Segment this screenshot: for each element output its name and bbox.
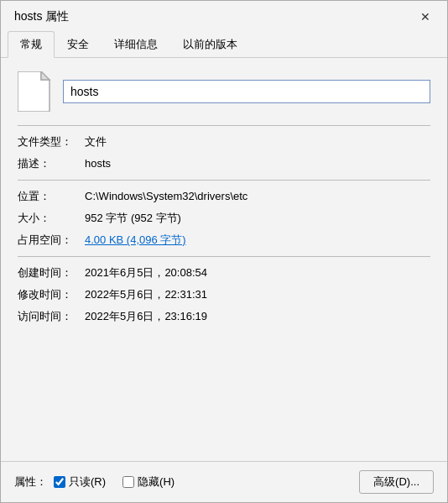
title-bar: hosts 属性 ✕ xyxy=(1,1,447,31)
accessed-label: 访问时间： xyxy=(18,309,85,324)
description-row: 描述： hosts xyxy=(18,156,430,171)
separator-3 xyxy=(18,256,430,257)
file-name-input[interactable]: hosts xyxy=(63,80,430,103)
created-label: 创建时间： xyxy=(18,265,85,280)
window-title: hosts 属性 xyxy=(14,9,69,24)
tab-details[interactable]: 详细信息 xyxy=(102,31,170,58)
disk-size-label: 占用空间： xyxy=(18,233,85,248)
size-label: 大小： xyxy=(18,211,85,226)
location-label: 位置： xyxy=(18,189,85,204)
modified-value: 2022年5月6日，22:31:31 xyxy=(85,287,207,302)
accessed-row: 访问时间： 2022年5月6日，23:16:19 xyxy=(18,309,430,324)
advanced-button[interactable]: 高级(D)... xyxy=(359,470,434,494)
accessed-value: 2022年5月6日，23:16:19 xyxy=(85,309,207,324)
file-type-label: 文件类型： xyxy=(18,134,85,149)
hidden-checkbox-label[interactable]: 隐藏(H) xyxy=(122,474,175,490)
hidden-label: 隐藏(H) xyxy=(138,474,175,490)
attributes-label: 属性： xyxy=(14,474,47,490)
window: hosts 属性 ✕ 常规 安全 详细信息 以前的版本 hosts 文件类型： … xyxy=(0,0,448,503)
tab-security[interactable]: 安全 xyxy=(55,31,102,58)
location-row: 位置： C:\Windows\System32\drivers\etc xyxy=(18,189,430,204)
description-value: hosts xyxy=(85,157,111,170)
tab-bar: 常规 安全 详细信息 以前的版本 xyxy=(1,31,447,58)
size-row: 大小： 952 字节 (952 字节) xyxy=(18,211,430,226)
tab-general[interactable]: 常规 xyxy=(8,31,55,58)
readonly-label: 只读(R) xyxy=(69,474,106,490)
footer: 属性： 只读(R) 隐藏(H) 高级(D)... xyxy=(1,461,447,502)
file-icon xyxy=(18,71,51,112)
hidden-checkbox[interactable] xyxy=(122,476,134,488)
modified-label: 修改时间： xyxy=(18,287,85,302)
svg-marker-1 xyxy=(41,71,49,80)
description-label: 描述： xyxy=(18,156,85,171)
separator-2 xyxy=(18,180,430,181)
modified-row: 修改时间： 2022年5月6日，22:31:31 xyxy=(18,287,430,302)
disk-size-row: 占用空间： 4.00 KB (4,096 字节) xyxy=(18,233,430,248)
location-value: C:\Windows\System32\drivers\etc xyxy=(85,190,247,202)
readonly-checkbox-label[interactable]: 只读(R) xyxy=(54,474,106,490)
created-value: 2021年6月5日，20:08:54 xyxy=(85,265,207,280)
close-button[interactable]: ✕ xyxy=(414,5,437,29)
size-value: 952 字节 (952 字节) xyxy=(85,211,181,226)
content-area: hosts 文件类型： 文件 描述： hosts 位置： C:\Windows\… xyxy=(1,58,447,461)
file-type-value: 文件 xyxy=(85,134,107,149)
created-row: 创建时间： 2021年6月5日，20:08:54 xyxy=(18,265,430,280)
disk-size-value[interactable]: 4.00 KB (4,096 字节) xyxy=(85,233,186,248)
file-header: hosts xyxy=(18,71,430,112)
separator-1 xyxy=(18,125,430,126)
readonly-checkbox[interactable] xyxy=(54,476,65,488)
tab-previous-versions[interactable]: 以前的版本 xyxy=(170,31,250,58)
file-type-row: 文件类型： 文件 xyxy=(18,134,430,149)
